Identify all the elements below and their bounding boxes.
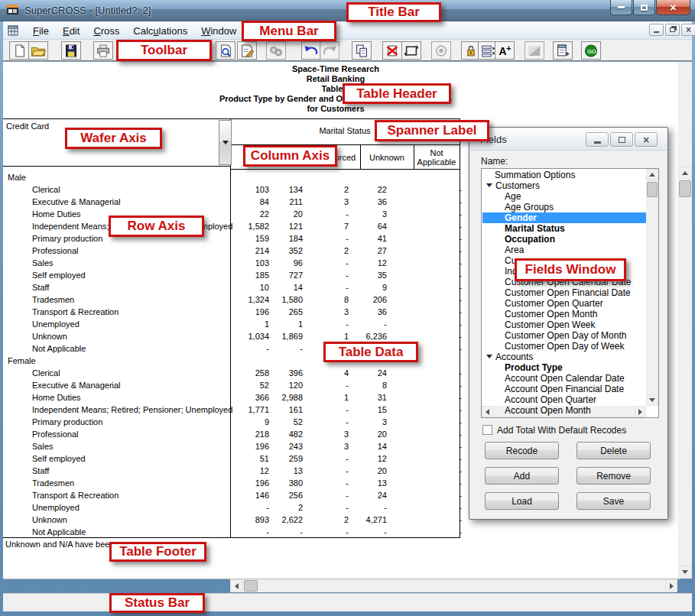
row-label[interactable]: Sales <box>32 442 54 451</box>
fields-window-title-bar[interactable]: Fields × <box>469 128 667 151</box>
data-cell[interactable]: - <box>306 454 349 463</box>
field-item-gender[interactable]: Gender <box>482 212 646 223</box>
field-item-age[interactable]: Age <box>482 191 646 202</box>
row-label[interactable]: Unemployed <box>32 319 80 329</box>
data-cell[interactable]: 214 <box>230 246 269 255</box>
row-label[interactable]: Home Duties <box>32 393 81 402</box>
row-label[interactable]: Sales <box>32 258 54 267</box>
data-cell[interactable]: 14 <box>352 442 387 451</box>
table-row[interactable]: Tradesmen196380-13- <box>3 477 462 489</box>
menu-item-window[interactable]: Window <box>194 23 243 39</box>
data-cell[interactable]: - <box>306 503 349 512</box>
data-cell[interactable]: - <box>390 222 462 231</box>
data-cell[interactable]: 3 <box>306 197 349 206</box>
data-cell[interactable]: 6,236 <box>352 332 387 341</box>
data-cell[interactable]: 8 <box>352 381 387 390</box>
data-cell[interactable]: - <box>390 393 462 402</box>
data-cell[interactable]: - <box>390 454 462 463</box>
data-cell[interactable]: 258 <box>230 368 269 378</box>
data-cell[interactable]: 3 <box>306 307 349 316</box>
drill-button[interactable] <box>431 41 451 60</box>
scroll-up-button[interactable] <box>678 167 692 179</box>
data-cell[interactable]: 20 <box>352 466 387 475</box>
data-cell[interactable]: - <box>306 381 349 390</box>
delete-button[interactable]: Delete <box>576 442 651 459</box>
undo-button[interactable] <box>301 41 321 60</box>
data-cell[interactable]: 51 <box>230 454 269 463</box>
data-cell[interactable]: 35 <box>352 271 387 280</box>
row-label[interactable]: Clerical <box>32 185 60 194</box>
mdi-minimize-button[interactable] <box>649 24 664 36</box>
data-cell[interactable]: 52 <box>230 381 269 390</box>
fields-list[interactable]: Summation OptionsCustomersAgeAge GroupsG… <box>481 168 659 418</box>
data-cell[interactable]: 31 <box>352 393 387 402</box>
field-item-customer-open-quarter[interactable]: Customer Open Quarter <box>482 298 646 309</box>
data-cell[interactable]: 159 <box>230 234 269 243</box>
table-row[interactable]: Not Applicable----- <box>3 526 462 538</box>
data-cell[interactable]: - <box>306 466 349 475</box>
transpose-button[interactable] <box>401 41 421 60</box>
data-cell[interactable]: - <box>390 209 462 219</box>
data-cell[interactable]: 196 <box>230 307 269 316</box>
table-row[interactable]: Executive & Managerial52120-8- <box>3 379 462 391</box>
menu-item-file[interactable]: File <box>26 23 56 39</box>
data-cell[interactable]: 893 <box>230 515 269 524</box>
data-cell[interactable]: - <box>352 503 387 512</box>
data-cell[interactable]: - <box>230 503 269 512</box>
data-cell[interactable]: 4 <box>306 368 349 378</box>
data-cell[interactable]: - <box>390 246 462 255</box>
data-cell[interactable]: 2 <box>306 185 349 194</box>
data-cell[interactable]: 1,869 <box>271 332 303 341</box>
table-row[interactable]: Unknown8932,62224,271- <box>3 514 462 526</box>
data-cell[interactable]: 259 <box>271 454 303 463</box>
table-row[interactable]: Executive & Managerial84211336- <box>3 196 462 208</box>
table-row[interactable]: Unknown1,0341,86916,236- <box>3 330 462 342</box>
field-item-accounts[interactable]: Accounts <box>482 352 646 362</box>
data-cell[interactable]: - <box>390 234 462 243</box>
data-cell[interactable]: - <box>306 405 349 414</box>
data-cell[interactable]: 84 <box>230 197 269 206</box>
field-item-account-open-calendar-date[interactable]: Account Open Calendar Date <box>482 373 646 384</box>
column-header[interactable]: Not Applicable <box>414 145 460 169</box>
field-item-customer-open-financial-date[interactable]: Customer Open Financial Date <box>482 287 646 298</box>
table-row[interactable]: Clerical103134222- <box>3 183 462 196</box>
collapse-arrow-icon[interactable] <box>486 183 492 187</box>
delete-cell-button[interactable] <box>382 41 402 60</box>
field-item-marital-status[interactable]: Marital Status <box>482 223 646 234</box>
data-cell[interactable]: 120 <box>271 381 303 390</box>
data-cell[interactable]: 352 <box>271 246 303 255</box>
go-button[interactable]: GO <box>581 41 601 60</box>
data-cell[interactable]: - <box>390 381 462 390</box>
font-increase-button[interactable]: A+ <box>495 41 515 60</box>
data-cell[interactable]: - <box>390 332 462 341</box>
field-item-customers[interactable]: Customers <box>482 180 646 191</box>
recode-button[interactable]: Recode <box>485 442 559 459</box>
data-cell[interactable]: 4,271 <box>352 515 387 524</box>
data-cell[interactable]: - <box>306 417 349 426</box>
data-cell[interactable]: - <box>271 344 303 353</box>
wafer-axis-label[interactable]: Credit Card <box>6 122 49 131</box>
data-cell[interactable]: - <box>390 405 462 414</box>
row-label[interactable]: Staff <box>32 466 49 475</box>
row-label[interactable]: Not Applicable <box>32 527 86 537</box>
data-cell[interactable]: 206 <box>352 295 387 304</box>
data-cell[interactable]: 256 <box>271 491 303 500</box>
add-total-checkbox[interactable] <box>482 425 492 435</box>
data-cell[interactable]: 2 <box>306 246 349 255</box>
table-row[interactable]: Transport & Recreation196265336- <box>3 306 462 318</box>
scroll-right-button[interactable] <box>665 579 677 592</box>
table-row[interactable]: Home Duties2220-3- <box>3 208 462 220</box>
open-button[interactable] <box>28 41 48 60</box>
row-label[interactable]: Transport & Recreation <box>32 307 119 316</box>
data-cell[interactable]: - <box>306 527 349 537</box>
data-cell[interactable]: 22 <box>352 185 387 194</box>
data-cell[interactable]: 482 <box>271 430 303 439</box>
data-cell[interactable]: 13 <box>352 478 387 488</box>
load-button[interactable]: Load <box>485 492 559 510</box>
field-item-customer-open-month[interactable]: Customer Open Month <box>482 309 646 319</box>
row-group-label[interactable]: Male <box>3 171 462 183</box>
data-cell[interactable]: - <box>390 283 462 292</box>
data-cell[interactable]: 134 <box>271 185 303 194</box>
row-label[interactable]: Professional <box>32 246 79 255</box>
add-button[interactable]: Add <box>485 467 559 485</box>
